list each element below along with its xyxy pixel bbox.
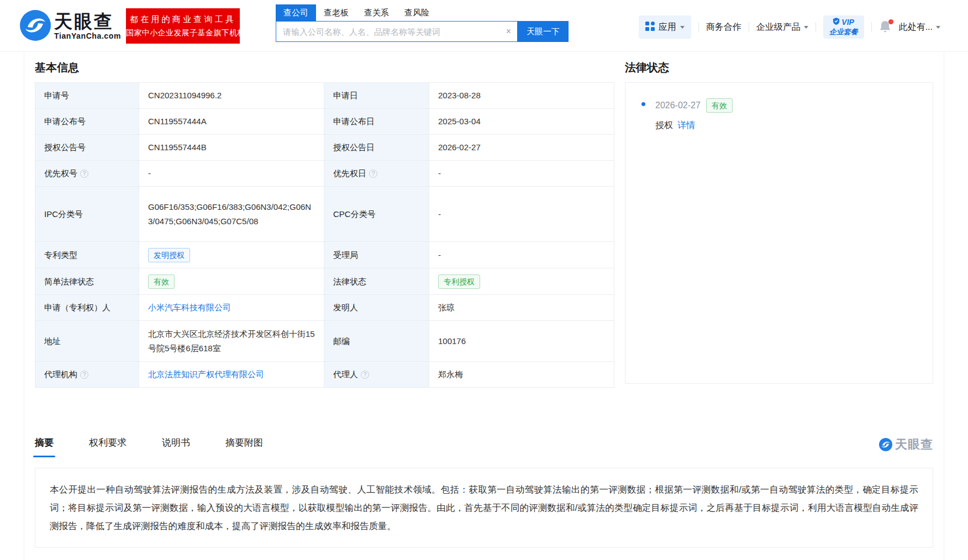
search-button[interactable]: 天眼一下 (518, 21, 569, 42)
table-row: 地址 北京市大兴区北京经济技术开发区科创十街15号院5号楼6层618室 邮编 1… (35, 321, 614, 362)
vip-package-label: 企业套餐 (829, 27, 858, 36)
field-value: G06F16/353;G06F16/383;G06N3/042;G06N3/04… (139, 187, 324, 242)
legal-status-panel: 2026-02-27 有效 授权详情 (625, 82, 933, 384)
detail-tabs: 摘要 权利要求 说明书 摘要附图 天眼查 (35, 436, 933, 458)
field-label: CPC分类号 (324, 187, 429, 242)
chevron-down-icon (936, 26, 940, 29)
field-label-text: 优先权日 (333, 168, 366, 178)
field-value: 郑永梅 (429, 362, 614, 388)
field-label: 申请号 (35, 83, 139, 109)
legal-status-title: 法律状态 (625, 60, 933, 75)
field-label: 优先权号 (35, 161, 139, 187)
help-icon[interactable] (369, 170, 377, 178)
field-label: 优先权日 (324, 161, 429, 187)
vip-shield-icon (833, 18, 840, 27)
table-row: IPC分类号 G06F16/353;G06F16/383;G06N3/042;G… (35, 187, 614, 242)
field-value: - (429, 242, 614, 268)
slogan-line2: 国家中小企业发展子基金旗下机构 (126, 26, 240, 40)
tab-abstract-figure[interactable]: 摘要附图 (225, 436, 263, 457)
notification-bell-icon[interactable] (879, 20, 892, 34)
brand-domain: TianYanCha.com (54, 31, 121, 40)
help-icon[interactable] (80, 170, 88, 178)
table-row: 申请（专利权）人 小米汽车科技有限公司 发明人 张琼 (35, 295, 614, 321)
tab-claims[interactable]: 权利要求 (89, 436, 127, 457)
user-menu[interactable]: 此处有... (899, 22, 940, 33)
patent-type-tag[interactable]: 发明授权 (148, 248, 190, 262)
slogan-line1: 都在用的商业查询工具 (126, 12, 240, 26)
nav-enterprise-products[interactable]: 企业级产品 (756, 22, 808, 33)
header-nav: 应用 商务合作 企业级产品 VIP 企业套餐 (639, 15, 940, 39)
nav-business-cooperation[interactable]: 商务合作 (706, 22, 741, 33)
bullet-dot-icon (641, 102, 645, 106)
field-label: 申请公布号 (35, 109, 139, 135)
clear-icon[interactable]: × (506, 21, 511, 42)
chevron-down-icon (680, 26, 685, 29)
agency-link[interactable]: 北京法胜知识产权代理有限公司 (148, 369, 264, 379)
apps-menu-button[interactable]: 应用 (639, 15, 691, 39)
user-menu-label: 此处有... (899, 22, 933, 33)
site-header: 天眼查 TianYanCha.com 都在用的商业查询工具 国家中小企业发展子基… (0, 0, 968, 52)
field-value: 北京法胜知识产权代理有限公司 (139, 362, 324, 388)
tianyancha-swirl-icon (20, 10, 51, 41)
table-row: 专利类型 发明授权 受理局 - (35, 242, 614, 268)
simple-legal-status-tag: 有效 (148, 274, 175, 289)
apps-label: 应用 (659, 22, 676, 33)
table-row: 授权公告号 CN119557444B 授权公告日 2026-02-27 (35, 135, 614, 161)
watermark-text: 天眼查 (895, 436, 933, 453)
applicant-link[interactable]: 小米汽车科技有限公司 (148, 303, 231, 312)
field-value: 专利授权 (429, 268, 614, 295)
legal-status-desc: 授权 (655, 120, 673, 130)
vip-label: VIP (841, 18, 854, 27)
field-label: 发明人 (324, 295, 429, 321)
table-row: 优先权号 - 优先权日 - (35, 161, 614, 187)
field-label: 申请日 (324, 83, 429, 109)
search-tab-boss[interactable]: 查老板 (316, 4, 356, 21)
divider (749, 22, 749, 32)
tianyancha-watermark: 天眼查 (879, 436, 933, 453)
field-label: 受理局 (324, 242, 429, 268)
field-label-text: 代理人 (333, 369, 358, 379)
search-tab-risk[interactable]: 查风险 (397, 4, 437, 21)
field-label-text: 优先权号 (44, 168, 77, 178)
divider (871, 22, 872, 32)
field-label-text: 代理机构 (44, 369, 77, 379)
field-value: CN202311094996.2 (139, 83, 324, 109)
vip-package-button[interactable]: VIP 企业套餐 (823, 15, 864, 39)
field-value: - (429, 161, 614, 187)
field-value: 有效 (139, 268, 324, 295)
tab-abstract[interactable]: 摘要 (35, 436, 54, 457)
field-value: - (429, 187, 614, 242)
tianyancha-logo[interactable]: 天眼查 TianYanCha.com (20, 10, 121, 41)
field-label: 授权公告日 (324, 135, 429, 161)
field-label: 代理机构 (35, 362, 139, 388)
field-value: CN119557444B (139, 135, 324, 161)
table-row: 申请公布号 CN119557444A 申请公布日 2025-03-04 (35, 109, 614, 135)
slogan-badge: 都在用的商业查询工具 国家中小企业发展子基金旗下机构 (126, 8, 240, 44)
divider (816, 22, 816, 32)
field-value: 2025-03-04 (429, 109, 614, 135)
legal-status-detail-link[interactable]: 详情 (677, 120, 695, 130)
apps-grid-icon (645, 22, 655, 33)
field-value: 发明授权 (139, 242, 324, 268)
abstract-text-panel: 本公开提出一种自动驾驶算法评测报告的生成方法及装置，涉及自动驾驶、人工智能技术领… (35, 468, 933, 548)
field-label: 法律状态 (324, 268, 429, 295)
field-label: 地址 (35, 321, 139, 362)
search-input[interactable] (276, 21, 518, 42)
field-value: 2026-02-27 (429, 135, 614, 161)
help-icon[interactable] (80, 371, 88, 379)
search-tab-relation[interactable]: 查关系 (356, 4, 397, 21)
legal-status-item: 2026-02-27 有效 授权详情 (640, 98, 918, 131)
legal-status-date: 2026-02-27 (655, 99, 701, 112)
help-icon[interactable] (361, 371, 369, 379)
legal-status-tag: 专利授权 (438, 274, 480, 289)
field-label: IPC分类号 (35, 187, 139, 242)
field-label: 申请（专利权）人 (35, 295, 139, 321)
search-tab-company[interactable]: 查公司 (276, 4, 316, 21)
field-value: CN119557444A (139, 109, 324, 135)
tab-description[interactable]: 说明书 (162, 436, 190, 457)
field-label: 授权公告号 (35, 135, 139, 161)
basic-info-title: 基本信息 (35, 60, 614, 75)
field-label: 代理人 (324, 362, 429, 388)
field-value: 小米汽车科技有限公司 (139, 295, 324, 321)
field-value: 2023-08-28 (429, 83, 614, 109)
